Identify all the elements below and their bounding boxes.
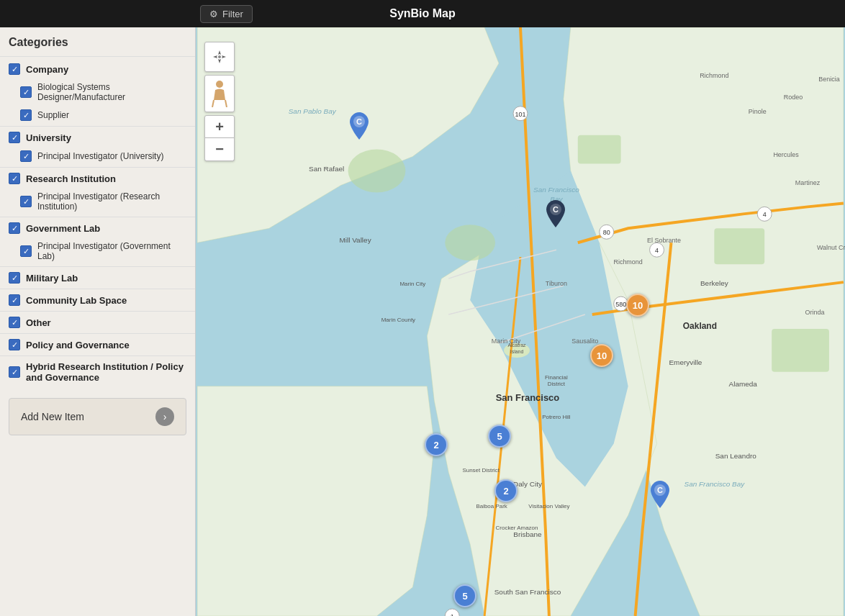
category-company[interactable]: ✓ Company	[0, 60, 195, 78]
sidebar: Categories ✓ Company ✓ Biological System…	[0, 27, 196, 616]
svg-point-67	[218, 55, 221, 58]
svg-text:Benicia: Benicia	[818, 76, 839, 83]
category-community-lab[interactable]: ✓ Community Lab Space	[0, 291, 195, 309]
svg-text:South San Francisco: South San Francisco	[494, 588, 561, 596]
filter-button[interactable]: ⚙ Filter	[200, 5, 253, 23]
add-new-item-button[interactable]: Add New Item ›	[9, 398, 186, 435]
checkbox-pi-university[interactable]: ✓	[20, 150, 32, 162]
cluster-badge: 2	[494, 479, 518, 502]
svg-text:Alameda: Alameda	[729, 380, 758, 388]
svg-text:Marin County: Marin County	[381, 317, 415, 323]
svg-point-7	[348, 150, 406, 193]
svg-text:Richmond: Richmond	[613, 258, 642, 266]
category-other-label: Other	[26, 317, 51, 328]
svg-text:Brisbane: Brisbane	[513, 530, 542, 538]
svg-rect-10	[714, 228, 764, 264]
checkbox-military[interactable]: ✓	[9, 272, 20, 284]
svg-text:Berkeley: Berkeley	[700, 279, 728, 287]
marker-c-richmond[interactable]: C	[546, 200, 565, 230]
add-new-item-label: Add New Item	[21, 411, 84, 422]
main-layout: Categories ✓ Company ✓ Biological System…	[0, 27, 845, 616]
cluster-5-south-sf[interactable]: 5	[453, 584, 476, 607]
svg-marker-65	[213, 55, 217, 58]
category-gov-lab-label: Government Lab	[26, 223, 100, 234]
svg-text:San Rafael: San Rafael	[309, 165, 344, 173]
street-view-icon	[211, 80, 228, 107]
category-policy[interactable]: ✓ Policy and Governance	[0, 335, 195, 354]
category-company-label: Company	[26, 64, 68, 75]
checkbox-company[interactable]: ✓	[9, 63, 20, 75]
category-military-label: Military Lab	[26, 273, 78, 284]
category-pi-university[interactable]: ✓ Principal Investigator (University)	[0, 147, 195, 166]
street-view-button[interactable]	[204, 75, 235, 112]
svg-line-70	[225, 100, 227, 107]
map-navigate-button[interactable]	[204, 42, 235, 72]
checkbox-gov-lab[interactable]: ✓	[9, 222, 20, 234]
checkbox-pi-gov[interactable]: ✓	[20, 245, 32, 257]
svg-text:Daly City: Daly City	[513, 480, 542, 488]
cluster-2-sf-south[interactable]: 2	[494, 479, 518, 502]
category-pi-research[interactable]: ✓ Principal Investigator (Research Insti…	[0, 188, 195, 215]
navigate-icon	[211, 48, 228, 65]
svg-text:Balboa Park: Balboa Park	[476, 503, 507, 509]
svg-text:Alcatraz: Alcatraz	[507, 343, 526, 348]
marker-c-alameda[interactable]: C	[651, 481, 669, 511]
svg-text:Hercules: Hercules	[773, 151, 799, 158]
category-gov-lab[interactable]: ✓ Government Lab	[0, 219, 195, 237]
map-background: San Francisco Oakland Berkeley Emeryvill…	[196, 27, 845, 616]
svg-marker-64	[218, 59, 221, 63]
svg-text:Pinole: Pinole	[749, 108, 767, 115]
checkbox-bio-systems[interactable]: ✓	[20, 86, 32, 98]
category-supplier[interactable]: ✓ Supplier	[0, 106, 195, 124]
checkbox-university[interactable]: ✓	[9, 132, 20, 143]
zoom-out-button[interactable]: −	[204, 138, 235, 161]
category-university-label: University	[26, 132, 71, 143]
svg-text:Richmond: Richmond	[700, 72, 728, 79]
cluster-2-sf-west[interactable]: 2	[425, 433, 448, 456]
cluster-5-sf-financial[interactable]: 5	[488, 425, 511, 448]
category-hybrid-label: Hybrid Research Institution / Policy and…	[26, 361, 186, 383]
category-university[interactable]: ✓ University	[0, 128, 195, 147]
svg-text:C: C	[657, 486, 663, 494]
category-policy-label: Policy and Governance	[26, 340, 130, 350]
map-container[interactable]: San Francisco Oakland Berkeley Emeryvill…	[196, 27, 845, 616]
zoom-in-button[interactable]: +	[204, 115, 235, 138]
checkbox-other[interactable]: ✓	[9, 317, 20, 328]
svg-marker-4	[197, 386, 434, 616]
svg-line-69	[212, 100, 214, 107]
svg-text:San Francisco Bay: San Francisco Bay	[684, 480, 746, 488]
checkbox-pi-research[interactable]: ✓	[20, 196, 32, 207]
cluster-10-emeryville[interactable]: 10	[590, 344, 613, 367]
checkbox-supplier[interactable]: ✓	[20, 109, 32, 121]
category-research[interactable]: ✓ Research Institution	[0, 169, 195, 188]
checkbox-community-lab[interactable]: ✓	[9, 294, 20, 306]
svg-text:San Francisco: San Francisco	[533, 186, 579, 194]
svg-text:Tiburon: Tiburon	[546, 280, 567, 287]
category-other[interactable]: ✓ Other	[0, 313, 195, 332]
svg-text:Orinda: Orinda	[805, 309, 825, 316]
svg-text:El Sobrante: El Sobrante	[647, 237, 681, 244]
cluster-badge: 2	[425, 433, 448, 456]
checkbox-hybrid[interactable]: ✓	[9, 366, 20, 378]
svg-text:1: 1	[451, 613, 454, 616]
checkbox-research[interactable]: ✓	[9, 173, 20, 184]
filter-label: Filter	[222, 9, 243, 19]
checkbox-policy[interactable]: ✓	[9, 339, 20, 350]
category-pi-gov-label: Principal Investigator (Government Lab)	[37, 241, 186, 261]
category-hybrid[interactable]: ✓ Hybrid Research Institution / Policy a…	[0, 358, 195, 386]
svg-text:San Francisco: San Francisco	[496, 392, 560, 403]
cluster-badge: 5	[453, 584, 476, 607]
gear-icon: ⚙	[209, 9, 218, 19]
svg-text:Martinez: Martinez	[795, 179, 821, 186]
category-pi-gov[interactable]: ✓ Principal Investigator (Government Lab…	[0, 237, 195, 265]
header: ⚙ Filter SynBio Map	[0, 0, 845, 27]
category-military[interactable]: ✓ Military Lab	[0, 268, 195, 287]
category-pi-university-label: Principal Investigator (University)	[37, 151, 163, 161]
cluster-10-berkeley[interactable]: 10	[626, 294, 649, 317]
category-community-lab-label: Community Lab Space	[26, 295, 127, 306]
svg-marker-66	[222, 55, 226, 58]
marker-c-north[interactable]: C	[350, 112, 369, 142]
category-bio-systems[interactable]: ✓ Biological Systems Designer/Manufactur…	[0, 78, 195, 106]
page-title: SynBio Map	[389, 7, 456, 20]
category-research-label: Research Institution	[26, 173, 116, 184]
